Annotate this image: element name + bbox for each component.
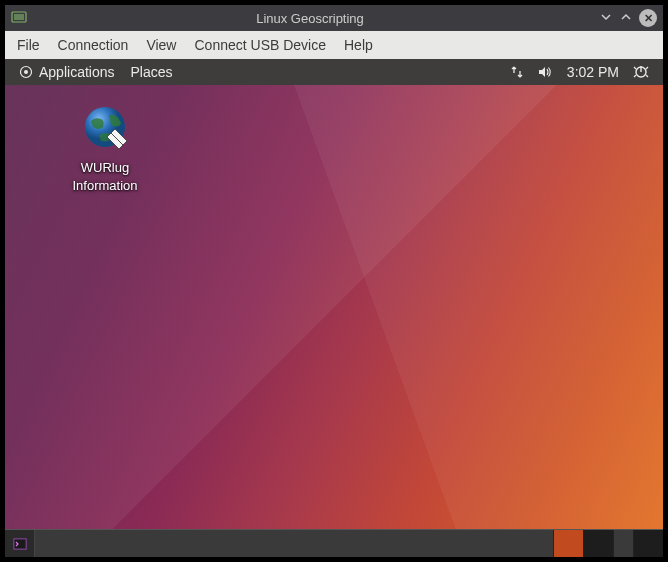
desktop[interactable]: WURlug Information: [5, 85, 663, 529]
taskbar-track: [35, 530, 553, 557]
menu-view[interactable]: View: [146, 37, 176, 53]
maximize-button[interactable]: [619, 10, 633, 27]
desktop-icon-wurlug[interactable]: WURlug Information: [60, 105, 150, 195]
menu-applications[interactable]: Applications: [39, 64, 115, 80]
window-title: Linux Geoscripting: [27, 11, 593, 26]
taskbar-launcher[interactable]: [5, 530, 35, 557]
icon-label-line1: WURlug: [60, 159, 150, 177]
desktop-icon-label: WURlug Information: [60, 159, 150, 195]
network-icon[interactable]: [509, 64, 525, 80]
power-icon[interactable]: [633, 64, 649, 80]
vm-window: Linux Geoscripting ✕ File Connection Vie…: [5, 5, 663, 557]
svg-point-3: [24, 70, 28, 74]
guest-top-panel: Applications Places 3:02 PM: [5, 59, 663, 85]
globe-icon: [81, 105, 129, 153]
close-button[interactable]: ✕: [639, 9, 657, 27]
menu-connect-usb[interactable]: Connect USB Device: [194, 37, 326, 53]
minimize-button[interactable]: [599, 10, 613, 27]
menu-connection[interactable]: Connection: [58, 37, 129, 53]
svg-rect-1: [14, 14, 24, 20]
vm-titlebar: Linux Geoscripting ✕: [5, 5, 663, 31]
svg-rect-7: [14, 539, 25, 548]
close-icon: ✕: [639, 9, 657, 27]
vm-menubar: File Connection View Connect USB Device …: [5, 31, 663, 59]
workspace-4[interactable]: [633, 530, 663, 557]
menu-file[interactable]: File: [17, 37, 40, 53]
volume-icon[interactable]: [537, 64, 553, 80]
clock[interactable]: 3:02 PM: [567, 64, 619, 80]
workspace-3[interactable]: [613, 530, 633, 557]
workspace-1[interactable]: [553, 530, 583, 557]
menu-help[interactable]: Help: [344, 37, 373, 53]
icon-label-line2: Information: [60, 177, 150, 195]
workspace-2[interactable]: [583, 530, 613, 557]
activities-icon[interactable]: [19, 65, 33, 79]
vm-app-icon: [11, 10, 27, 26]
terminal-icon: [12, 536, 28, 552]
taskbar: [5, 529, 663, 557]
menu-places[interactable]: Places: [131, 64, 173, 80]
